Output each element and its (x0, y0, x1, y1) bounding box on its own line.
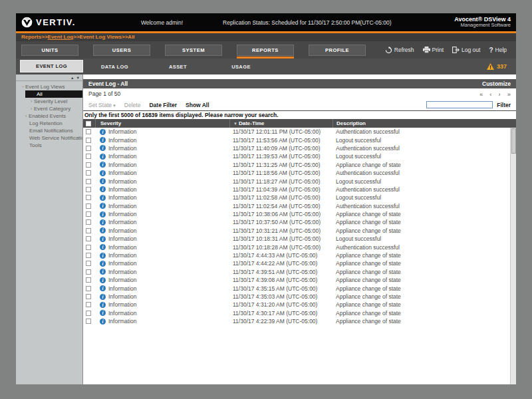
row-checkbox[interactable] (86, 146, 91, 151)
row-checkbox[interactable] (86, 261, 91, 266)
row-checkbox[interactable] (86, 269, 91, 275)
row-checkbox[interactable] (86, 129, 91, 134)
select-all-checkbox[interactable] (86, 121, 91, 126)
table-row[interactable]: i Information 11/30/17 10:37:50 AM (UTC-… (83, 218, 516, 226)
table-row[interactable]: i Information 11/30/17 11:31:25 AM (UTC-… (83, 161, 516, 169)
table-row[interactable]: i Information 11/30/17 4:44:33 AM (UTC-0… (83, 251, 516, 259)
refresh-button[interactable]: Refresh (385, 47, 414, 54)
table-row[interactable]: i Information 11/30/17 10:31:21 AM (UTC-… (83, 227, 516, 235)
next-page-icon[interactable]: › (499, 90, 501, 98)
filter-button[interactable]: Filter (497, 102, 511, 108)
row-checkbox[interactable] (86, 302, 91, 307)
row-checkbox[interactable] (86, 294, 91, 299)
row-checkbox[interactable] (86, 203, 91, 209)
chevron-collapsed-icon[interactable]: › (29, 98, 34, 105)
table-row[interactable]: i Information 11/30/17 11:02:58 AM (UTC-… (83, 194, 516, 201)
row-checkbox[interactable] (86, 245, 91, 250)
subtab-usage[interactable]: USAGE (209, 59, 273, 74)
sidebar-item-all[interactable]: All (25, 90, 82, 98)
row-checkbox[interactable] (86, 195, 91, 200)
chevron-expanded-icon[interactable]: › (19, 84, 27, 90)
tab-reports[interactable]: REPORTS (237, 45, 294, 56)
row-checkbox[interactable] (86, 179, 91, 184)
table-row[interactable]: i Information 11/30/17 4:39:51 AM (UTC-0… (83, 268, 516, 276)
table-row[interactable]: i Information 11/30/17 11:40:09 AM (UTC-… (83, 144, 516, 152)
customize-link[interactable]: Customize (482, 80, 511, 87)
row-checkbox[interactable] (86, 311, 91, 316)
table-row[interactable]: i Information 11/30/17 4:44:22 AM (UTC-0… (83, 259, 516, 267)
row-checkbox[interactable] (86, 187, 91, 192)
help-button[interactable]: ? Help (489, 47, 507, 54)
delete-button[interactable]: Delete (124, 102, 141, 108)
sidebar-item-enabled-events[interactable]: › Enabled Events (16, 112, 82, 120)
sidebar-item-event-log-views[interactable]: › Event Log Views (16, 83, 82, 90)
severity-cell: i Information (95, 161, 229, 169)
print-button[interactable]: Print (423, 47, 444, 53)
table-row[interactable]: i Information 11/30/17 10:18:28 AM (UTC-… (83, 243, 516, 251)
sidebar-item-email-notifications[interactable]: Email Notifications (16, 127, 82, 134)
sidebar-item-event-category[interactable]: › Event Category (16, 105, 82, 112)
table-row[interactable]: i Information 11/30/17 11:02:54 AM (UTC-… (83, 202, 516, 210)
first-page-icon[interactable]: « (479, 90, 483, 98)
alert-indicator[interactable]: 337 (487, 59, 516, 74)
sidebar-scroll-up-icon[interactable]: ▲ (70, 76, 74, 80)
tab-units[interactable]: UNITS (21, 45, 78, 56)
table-row[interactable]: i Information 11/30/17 11:18:27 AM (UTC-… (83, 177, 516, 185)
tree-label: Log Retention (29, 120, 63, 127)
table-row[interactable]: i Information 11/30/17 12:01:11 PM (UTC-… (83, 128, 516, 136)
date-filter-button[interactable]: Date Filter (149, 102, 177, 108)
sidebar-item-log-retention[interactable]: Log Retention (16, 120, 82, 127)
datetime-cell: 11/30/17 11:18:27 AM (UTC-05:00) (229, 177, 332, 185)
table-row[interactable]: i Information 11/30/17 10:18:31 AM (UTC-… (83, 235, 516, 243)
information-icon: i (100, 227, 106, 233)
information-icon: i (100, 137, 106, 143)
row-checkbox[interactable] (86, 138, 91, 143)
row-checkbox[interactable] (86, 253, 91, 258)
table-row[interactable]: i Information 11/30/17 4:39:08 AM (UTC-0… (83, 276, 516, 284)
prev-page-icon[interactable]: ‹ (489, 90, 491, 98)
chevron-collapsed-icon[interactable]: › (29, 105, 34, 112)
chevron-collapsed-icon[interactable]: › (23, 112, 29, 120)
table-row[interactable]: i Information 11/30/17 10:38:06 AM (UTC-… (83, 210, 516, 218)
breadcrumb-link-event-log[interactable]: Event Log (48, 34, 74, 40)
sidebar-scroll-down-icon[interactable]: ▼ (76, 76, 80, 80)
tab-system[interactable]: SYSTEM (165, 45, 222, 56)
row-checkbox[interactable] (86, 162, 91, 168)
table-row[interactable]: i Information 11/30/17 4:22:39 AM (UTC-0… (83, 317, 516, 325)
tab-profile[interactable]: PROFILE (309, 45, 366, 56)
row-checkbox[interactable] (86, 236, 91, 241)
row-checkbox[interactable] (86, 170, 91, 176)
column-header-datetime[interactable]: ▼ Date-Time (229, 119, 332, 128)
row-checkbox[interactable] (86, 154, 91, 159)
sidebar-item-tools[interactable]: Tools (16, 142, 82, 149)
table-row[interactable]: i Information 11/30/17 4:35:03 AM (UTC-0… (83, 293, 516, 301)
table-row[interactable]: i Information 11/30/17 4:31:20 AM (UTC-0… (83, 301, 516, 309)
row-checkbox[interactable] (86, 319, 91, 324)
row-checkbox[interactable] (86, 211, 91, 217)
last-page-icon[interactable]: » (507, 90, 511, 98)
column-header-severity[interactable]: Severity (95, 119, 229, 128)
table-row[interactable]: i Information 11/30/17 11:53:56 AM (UTC-… (83, 136, 516, 144)
show-all-button[interactable]: Show All (186, 102, 209, 108)
table-row[interactable]: i Information 11/30/17 4:30:17 AM (UTC-0… (83, 309, 516, 317)
table-row[interactable]: i Information 11/30/17 11:39:53 AM (UTC-… (83, 152, 516, 160)
logout-button[interactable]: Log out (452, 47, 480, 53)
subtab-event-log[interactable]: EVENT LOG (20, 60, 83, 72)
scrollbar-thumb[interactable] (511, 128, 516, 154)
sidebar-item-severity-level[interactable]: › Severity Level (16, 98, 82, 105)
filter-input[interactable] (426, 101, 493, 108)
sidebar-item-web-service-notifications[interactable]: Web Service Notifications (16, 134, 82, 142)
table-scrollbar[interactable] (510, 128, 516, 384)
table-row[interactable]: i Information 11/30/17 11:04:39 AM (UTC-… (83, 186, 516, 194)
row-checkbox[interactable] (86, 277, 91, 283)
table-row[interactable]: i Information 11/30/17 11:18:56 AM (UTC-… (83, 169, 516, 177)
row-checkbox[interactable] (86, 219, 91, 225)
row-checkbox[interactable] (86, 286, 91, 291)
table-row[interactable]: i Information 11/30/17 4:35:15 AM (UTC-0… (83, 284, 516, 292)
column-header-description[interactable]: Description (332, 119, 510, 128)
set-state-button[interactable]: Set State ▾ (88, 102, 116, 108)
subtab-asset[interactable]: ASSET (146, 59, 209, 74)
row-checkbox[interactable] (86, 228, 91, 233)
tab-users[interactable]: USERS (93, 45, 150, 56)
subtab-data-log[interactable]: DATA LOG (83, 59, 146, 74)
